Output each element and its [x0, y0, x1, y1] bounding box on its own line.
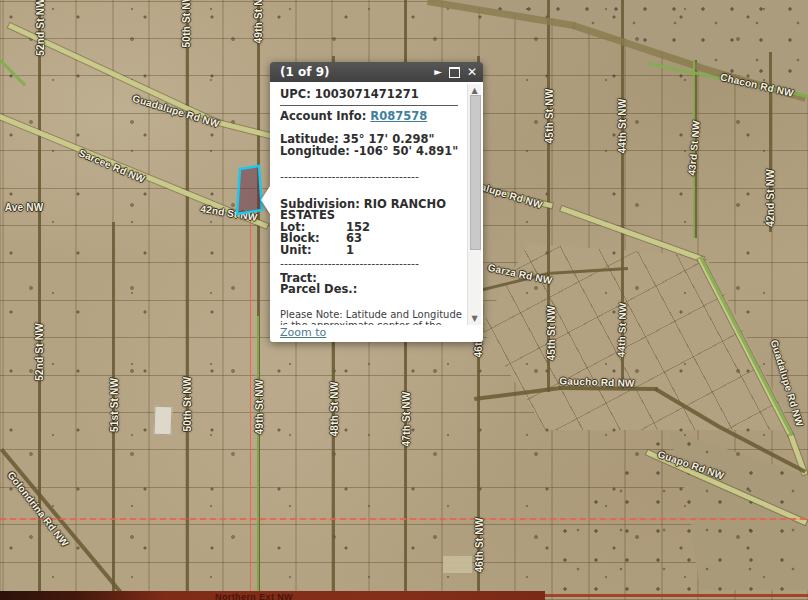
- maximize-icon[interactable]: [449, 67, 460, 78]
- street-label: Gaucho Rd NW: [559, 375, 635, 389]
- zoom-to-link[interactable]: Zoom to: [280, 326, 326, 339]
- account-link[interactable]: R087578: [370, 109, 427, 123]
- parcel-map-viewer: Northern Ext NW 52nd St NW50th St NW49th…: [0, 0, 808, 600]
- popup-header[interactable]: (1 of 9) ► ✕: [270, 62, 483, 82]
- close-icon[interactable]: ✕: [467, 66, 477, 78]
- parcel-des-row: Parcel Des.:: [280, 284, 466, 296]
- next-result-icon[interactable]: ►: [434, 67, 442, 77]
- parcel-info-popup: (1 of 9) ► ✕ UPC: 1003071471271 Account …: [270, 62, 483, 342]
- subdivision-row: Subdivision: RIO RANCHO ESTATES: [280, 199, 466, 222]
- longitude-row: Longitude: -106° 50' 4.891": [280, 146, 466, 158]
- street-label: Guapo Rd NW: [656, 448, 725, 481]
- street-label: 45th St NW: [546, 306, 557, 361]
- upc-row: UPC: 1003071471271: [280, 89, 466, 101]
- divider-line: [280, 105, 458, 106]
- street-label: Golondrina Rd NW: [5, 469, 70, 548]
- street-label: 52nd St NW: [35, 0, 46, 56]
- street-label: Chacon Rd NW: [719, 71, 794, 99]
- scroll-down-icon[interactable]: ▼: [468, 312, 481, 325]
- street-label: 51st St NW: [109, 378, 120, 432]
- highlighted-parcel[interactable]: [237, 166, 262, 214]
- street-label: 50th St NW: [181, 0, 192, 47]
- popup-scrollbar[interactable]: ▲ ▼: [467, 84, 481, 325]
- dashed-separator: -----------------------------------: [280, 171, 450, 183]
- dashed-separator: -----------------------------------: [280, 258, 450, 270]
- street-label: 46th St NW: [474, 518, 485, 573]
- note-text: Please Note: Latitude and Longitude is t…: [280, 309, 466, 326]
- street-label: Sarcee Rd NW: [77, 147, 146, 185]
- street-label: Garza Rd NW: [487, 262, 553, 286]
- street-label: 44th St NW: [617, 99, 628, 154]
- popup-pointer: [261, 186, 270, 214]
- street-label: 52nd St NW: [34, 323, 45, 381]
- street-label: 48th St NW: [329, 382, 340, 437]
- street-label: 49th St NW: [254, 380, 265, 435]
- street-label: 43rd St NW: [686, 120, 702, 176]
- street-label: 50th St NW: [182, 377, 193, 432]
- street-label: 45th St NW: [544, 89, 555, 144]
- street-label: Guadalupe Rd NW: [769, 338, 806, 428]
- street-label: 49th St NW: [253, 0, 264, 43]
- account-row: Account Info: R087578: [280, 111, 466, 123]
- popup-scroll-viewport[interactable]: UPC: 1003071471271 Account Info: R087578…: [280, 84, 466, 325]
- scrollbar-thumb[interactable]: [470, 95, 481, 250]
- street-label: 42nd St NW: [765, 169, 776, 227]
- unit-row: Unit:1: [280, 245, 466, 257]
- street-label: Guadalupe Rd NW: [131, 93, 221, 130]
- street-label: Ave NW: [5, 202, 44, 213]
- street-label: 44th St NW: [616, 302, 629, 357]
- street-label: 47th St NW: [401, 392, 412, 447]
- popup-body: UPC: 1003071471271 Account Info: R087578…: [270, 82, 483, 342]
- popup-pager: (1 of 9): [280, 65, 330, 79]
